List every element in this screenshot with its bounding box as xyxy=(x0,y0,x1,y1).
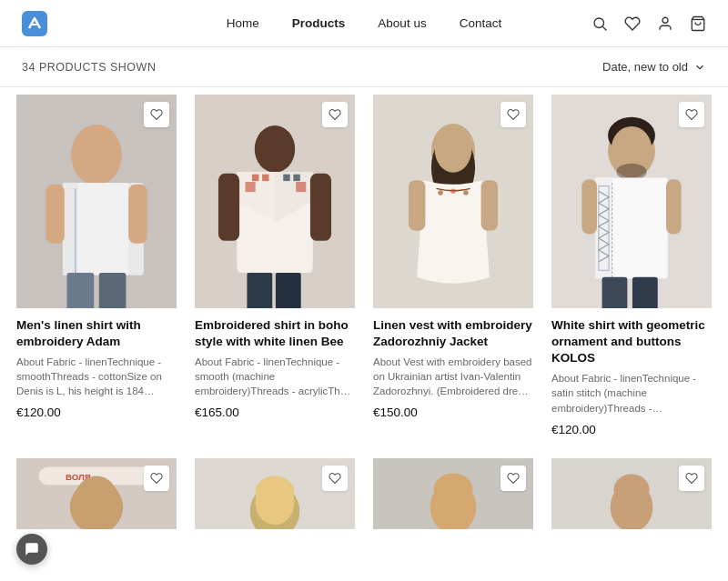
account-button[interactable] xyxy=(657,15,673,32)
products-toolbar: 34 PRODUCTS SHOWN Date, new to old xyxy=(0,47,728,87)
bottom-row: ВОЛЯ xyxy=(0,451,728,529)
partial-card-2 xyxy=(186,451,364,529)
wishlist-btn-8[interactable] xyxy=(679,466,704,491)
svg-point-1 xyxy=(594,18,604,28)
product-price-1: €120.00 xyxy=(16,406,177,419)
partial-image-3 xyxy=(373,458,533,529)
wishlist-btn-5[interactable] xyxy=(144,466,169,491)
product-image-1 xyxy=(16,95,177,308)
product-card-2: Embroidered shirt in boho style with whi… xyxy=(186,87,364,451)
svg-point-34 xyxy=(438,190,443,195)
product-desc-4: About Fabric - linenTechnique - satin st… xyxy=(551,371,712,415)
svg-rect-29 xyxy=(276,273,301,308)
svg-rect-14 xyxy=(99,273,126,308)
svg-rect-24 xyxy=(246,182,256,192)
svg-rect-50 xyxy=(602,277,628,308)
nav-about[interactable]: About us xyxy=(378,16,426,30)
svg-point-3 xyxy=(662,17,668,23)
wishlist-btn-3[interactable] xyxy=(500,102,526,127)
svg-rect-26 xyxy=(218,174,239,241)
partial-card-4 xyxy=(542,451,721,529)
nav-home[interactable]: Home xyxy=(227,16,259,30)
partial-image-2 xyxy=(195,458,355,529)
sort-button[interactable]: Date, new to old xyxy=(602,60,706,74)
product-card-4: White shirt with geometric ornament and … xyxy=(542,87,721,451)
sort-label: Date, new to old xyxy=(602,60,688,74)
wishlist-btn-1[interactable] xyxy=(144,102,169,127)
products-count: 34 PRODUCTS SHOWN xyxy=(22,61,156,74)
product-card-3: Linen vest with embroidery Zadorozhniy J… xyxy=(364,87,542,451)
product-price-4: €120.00 xyxy=(551,423,712,436)
navbar: Home Products About us Contact xyxy=(0,0,728,47)
product-desc-3: About Vest with embroidery based on Ukra… xyxy=(373,355,533,398)
product-image-3 xyxy=(373,95,533,308)
svg-rect-28 xyxy=(247,273,272,308)
wishlist-btn-4[interactable] xyxy=(679,102,704,127)
product-desc-2: About Fabric - linenTechnique - smooth (… xyxy=(195,355,355,398)
nav-products[interactable]: Products xyxy=(292,16,346,30)
svg-rect-12 xyxy=(128,185,147,244)
products-grid: Men's linen shirt with embroidery Adam A… xyxy=(0,87,728,451)
partial-image-4 xyxy=(551,458,712,529)
product-price-2: €165.00 xyxy=(195,406,355,419)
product-name-1: Men's linen shirt with embroidery Adam xyxy=(16,317,177,350)
product-name-2: Embroidered shirt in boho style with whi… xyxy=(195,317,355,350)
svg-rect-27 xyxy=(310,174,331,241)
svg-point-6 xyxy=(71,125,122,185)
cart-button[interactable] xyxy=(690,15,706,32)
product-card-1: Men's linen shirt with embroidery Adam A… xyxy=(7,87,186,451)
product-image-2 xyxy=(195,95,355,308)
svg-rect-20 xyxy=(252,175,258,181)
svg-rect-23 xyxy=(293,175,299,181)
svg-rect-48 xyxy=(581,179,597,234)
svg-rect-25 xyxy=(296,182,306,192)
svg-point-60 xyxy=(256,476,295,507)
product-price-3: €150.00 xyxy=(373,406,533,419)
svg-point-36 xyxy=(463,190,469,195)
nav-contact[interactable]: Contact xyxy=(460,16,502,30)
svg-rect-49 xyxy=(666,179,682,234)
svg-rect-22 xyxy=(283,175,289,181)
svg-point-16 xyxy=(255,125,295,173)
svg-rect-45 xyxy=(595,177,612,278)
svg-point-64 xyxy=(434,473,473,505)
svg-point-35 xyxy=(450,188,456,194)
nav-links: Home Products About us Contact xyxy=(227,16,501,30)
svg-point-33 xyxy=(435,125,472,173)
partial-image-1: ВОЛЯ xyxy=(16,458,177,529)
svg-rect-37 xyxy=(409,180,426,231)
svg-point-56 xyxy=(75,476,119,526)
wishlist-button[interactable] xyxy=(624,15,641,32)
wishlist-btn-6[interactable] xyxy=(322,466,348,491)
search-button[interactable] xyxy=(592,15,608,32)
svg-rect-21 xyxy=(262,175,268,181)
svg-point-68 xyxy=(614,474,650,504)
wishlist-btn-2[interactable] xyxy=(322,102,348,127)
svg-rect-38 xyxy=(481,180,499,231)
product-desc-1: About Fabric - linenTechnique - smoothTh… xyxy=(16,355,177,398)
nav-icon-group xyxy=(592,15,706,32)
product-name-4: White shirt with geometric ornament and … xyxy=(551,317,712,367)
partial-card-3 xyxy=(364,451,542,529)
partial-card-1: ВОЛЯ xyxy=(7,451,186,529)
svg-rect-51 xyxy=(632,277,658,308)
product-name-3: Linen vest with embroidery Zadorozhniy J… xyxy=(373,317,533,350)
brand-logo[interactable] xyxy=(22,11,47,36)
product-image-4 xyxy=(551,95,712,308)
svg-rect-13 xyxy=(67,273,95,308)
wishlist-btn-7[interactable] xyxy=(500,466,526,491)
svg-rect-11 xyxy=(46,185,64,244)
svg-line-2 xyxy=(602,26,606,30)
